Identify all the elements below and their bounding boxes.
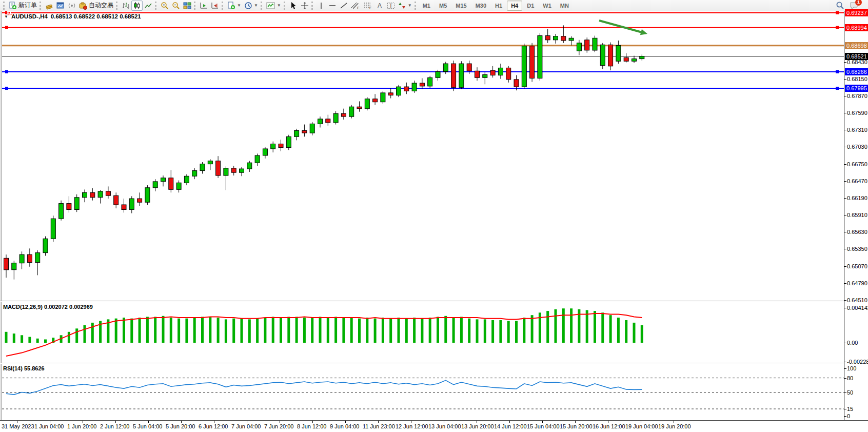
cursor-tool-button[interactable] — [288, 1, 299, 11]
crosshair-tool-button[interactable] — [299, 1, 310, 11]
auto-scroll-button[interactable] — [198, 1, 209, 11]
toolbar-grip[interactable] — [40, 2, 42, 10]
toolbar-grip[interactable] — [155, 2, 157, 10]
macd-tick-label: 0.004142 — [847, 305, 868, 311]
candle — [129, 199, 134, 209]
text-tool-button[interactable]: A — [374, 1, 385, 11]
line-handle[interactable] — [5, 26, 8, 29]
toolbar-grip[interactable] — [222, 2, 224, 10]
text-label-tool-button[interactable]: T — [385, 1, 397, 11]
chart-window-button[interactable] — [55, 1, 66, 11]
new-order-icon — [9, 2, 17, 10]
timeframe-button-m1[interactable]: M1 — [419, 1, 435, 11]
price-tick-label: 0.65070 — [847, 263, 867, 269]
price-axis[interactable]: 0.684300.681500.678700.675900.673100.670… — [844, 11, 868, 420]
zoom-out-button[interactable] — [170, 1, 182, 11]
line-chart-mode-button[interactable] — [143, 1, 154, 11]
line-handle[interactable] — [836, 26, 839, 29]
arrows-icon — [398, 2, 406, 10]
time-label: 5 Jun 04:00 — [133, 423, 163, 429]
macd-histogram-bar — [531, 315, 534, 343]
macd-pane[interactable] — [2, 302, 844, 362]
macd-histogram-bar — [334, 317, 337, 343]
timeframe-button-w1[interactable]: W1 — [539, 1, 556, 11]
auto-trading-button[interactable]: 自动交易 — [77, 1, 115, 11]
tile-windows-button[interactable] — [182, 1, 193, 11]
notification-badge: 1 — [855, 0, 862, 6]
indicators-dropdown-button[interactable]: ▼ — [265, 1, 283, 11]
horizontal-line-tool-button[interactable] — [327, 1, 338, 11]
line-handle[interactable] — [836, 11, 839, 14]
candlestick-mode-button[interactable] — [131, 1, 143, 11]
candlestick-icon — [133, 2, 141, 10]
macd-histogram-bar — [491, 320, 494, 343]
candle — [388, 93, 393, 95]
macd-histogram-bar — [382, 318, 384, 343]
macd-histogram-bar — [405, 319, 408, 343]
candle — [12, 263, 16, 270]
candle — [530, 46, 535, 78]
search-icon[interactable] — [836, 1, 844, 10]
candle — [381, 93, 385, 102]
vertical-line-tool-button[interactable] — [315, 1, 327, 11]
timeframe-button-m15[interactable]: M15 — [451, 1, 470, 11]
line-handle[interactable] — [5, 87, 8, 90]
candle — [247, 163, 252, 169]
zoom-in-button[interactable] — [159, 1, 170, 11]
macd-histogram-bar — [350, 318, 353, 343]
periods-dropdown-button[interactable]: ▼ — [243, 1, 260, 11]
candle — [192, 171, 197, 176]
arrows-dropdown-button[interactable]: ▼ — [397, 1, 413, 11]
macd-histogram-bar — [154, 317, 156, 343]
macd-histogram-bar — [594, 311, 596, 343]
trend-arrow[interactable] — [599, 21, 641, 32]
equidistant-channel-tool-button[interactable]: E — [349, 1, 362, 11]
chart-shift-button[interactable] — [209, 1, 221, 11]
candle — [208, 161, 212, 164]
new-chart-dropdown-button[interactable]: ▼ — [226, 1, 243, 11]
toolbar-grip[interactable] — [415, 2, 417, 10]
candle — [459, 64, 464, 87]
price-chart-pane[interactable] — [2, 11, 844, 301]
time-axis[interactable]: 31 May 20231 Jun 04:001 Jun 20:002 Jun 1… — [0, 420, 868, 432]
macd-histogram-bar — [429, 318, 431, 343]
macd-histogram-bar — [625, 320, 627, 343]
axis-tick — [844, 362, 846, 362]
toolbar-grip[interactable] — [3, 2, 5, 10]
macd-histogram-bar — [201, 317, 204, 343]
notifications-button[interactable]: 1 — [850, 2, 859, 10]
candle — [145, 188, 150, 202]
toolbar-grip[interactable] — [194, 2, 196, 10]
macd-histogram-bar — [476, 319, 479, 343]
candle — [451, 64, 456, 87]
timeframe-button-m30[interactable]: M30 — [471, 1, 490, 11]
toolbar-grip[interactable] — [116, 2, 118, 10]
toolbar-grip[interactable] — [311, 2, 313, 10]
line-handle[interactable] — [836, 87, 839, 90]
rsi-pane[interactable] — [2, 364, 844, 419]
timeframe-button-m5[interactable]: M5 — [435, 1, 451, 11]
pane-separator[interactable] — [0, 301, 868, 302]
candle — [216, 161, 221, 175]
trendline-tool-button[interactable] — [338, 1, 349, 11]
chart-expander-icon[interactable]: ▼ — [4, 14, 8, 19]
toolbar-grip[interactable] — [261, 2, 263, 10]
timeframe-button-h1[interactable]: H1 — [491, 1, 506, 11]
macd-tick-label: 0.00 — [847, 340, 858, 346]
timeframe-button-d1[interactable]: D1 — [523, 1, 538, 11]
line-handle[interactable] — [5, 70, 8, 73]
timeframe-button-h4[interactable]: H4 — [507, 1, 522, 11]
candle — [624, 57, 628, 61]
bar-chart-mode-button[interactable] — [120, 1, 131, 11]
macd-histogram-bar — [272, 317, 274, 343]
time-label: 12 Jun 12:00 — [396, 423, 428, 429]
svg-text:T: T — [389, 3, 392, 9]
market-watch-button[interactable] — [44, 1, 55, 11]
timeframe-button-mn[interactable]: MN — [556, 1, 573, 11]
toolbar-grip[interactable] — [284, 2, 286, 10]
time-tick — [641, 421, 641, 423]
new-order-button[interactable]: 新订单 — [7, 1, 38, 11]
fibonacci-tool-button[interactable]: F — [362, 1, 374, 11]
line-handle[interactable] — [836, 70, 839, 73]
signals-button[interactable] — [66, 1, 77, 11]
